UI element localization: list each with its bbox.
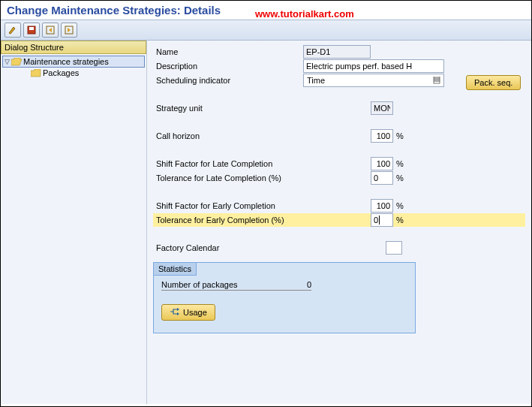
prev-entry-button[interactable] [42, 23, 59, 38]
dialog-structure-panel: Dialog Structure ▽ Maintenance strategie… [1, 41, 147, 404]
scheduling-indicator-dropdown[interactable]: Time [303, 74, 444, 87]
percent-symbol: % [396, 131, 404, 140]
number-of-packages-value: 0 [281, 280, 311, 291]
usage-icon [170, 307, 180, 318]
detail-panel: Name Description Scheduling indicator Ti… [147, 41, 531, 404]
tree-item-label: Packages [43, 68, 79, 77]
tolerance-early-field[interactable]: 0 [371, 213, 393, 227]
tolerance-late-field[interactable] [371, 171, 393, 185]
percent-symbol: % [396, 201, 404, 210]
description-field[interactable] [303, 59, 444, 73]
svg-rect-1 [29, 27, 34, 30]
percent-symbol: % [396, 173, 404, 182]
tolerance-late-label: Tolerance for Late Completion (%) [153, 172, 371, 184]
watermark: www.tutorialkart.com [255, 8, 354, 20]
shift-factor-early-label: Shift Factor for Early Completion [153, 200, 371, 212]
number-of-packages-label: Number of packages [161, 280, 281, 291]
usage-button-label: Usage [183, 308, 207, 317]
folder-icon [31, 69, 41, 77]
tree-item-maintenance-strategies[interactable]: ▽ Maintenance strategies [2, 56, 145, 68]
dropdown-icon [431, 75, 442, 86]
factory-calendar-label: Factory Calendar [153, 242, 386, 254]
dropdown-value: Time [307, 76, 325, 85]
shift-factor-early-field[interactable] [371, 199, 393, 213]
scheduling-indicator-label: Scheduling indicator [153, 74, 303, 86]
tolerance-early-label: Tolerance for Early Completion (%) [153, 214, 371, 226]
folder-open-icon [11, 58, 22, 66]
next-entry-button[interactable] [61, 23, 77, 38]
save-button[interactable] [23, 23, 40, 38]
pack-seq-button[interactable]: Pack. seq. [466, 75, 521, 90]
toggle-display-button[interactable] [5, 23, 21, 38]
usage-button[interactable]: Usage [161, 304, 215, 321]
call-horizon-label: Call horizon [153, 130, 371, 142]
percent-symbol: % [396, 216, 404, 225]
strategy-unit-label: Strategy unit [153, 102, 371, 114]
pack-seq-label: Pack. seq. [474, 78, 512, 87]
tree-header: Dialog Structure [1, 41, 146, 54]
description-label: Description [153, 60, 303, 72]
percent-symbol: % [396, 159, 404, 168]
tree-item-packages[interactable]: Packages [2, 68, 145, 78]
tree-item-label: Maintenance strategies [23, 57, 109, 66]
shift-factor-late-label: Shift Factor for Late Completion [153, 158, 371, 170]
shift-factor-late-field[interactable] [371, 157, 393, 170]
toolbar [1, 20, 531, 41]
name-label: Name [153, 46, 303, 58]
statistics-title: Statistics [154, 263, 197, 276]
statistics-group: Statistics Number of packages 0 Usage [153, 262, 416, 333]
strategy-unit-field[interactable] [371, 101, 393, 115]
factory-calendar-field[interactable] [386, 241, 402, 255]
name-field[interactable] [303, 45, 371, 59]
call-horizon-field[interactable] [371, 129, 393, 143]
tree-collapse-icon[interactable]: ▽ [5, 58, 10, 65]
